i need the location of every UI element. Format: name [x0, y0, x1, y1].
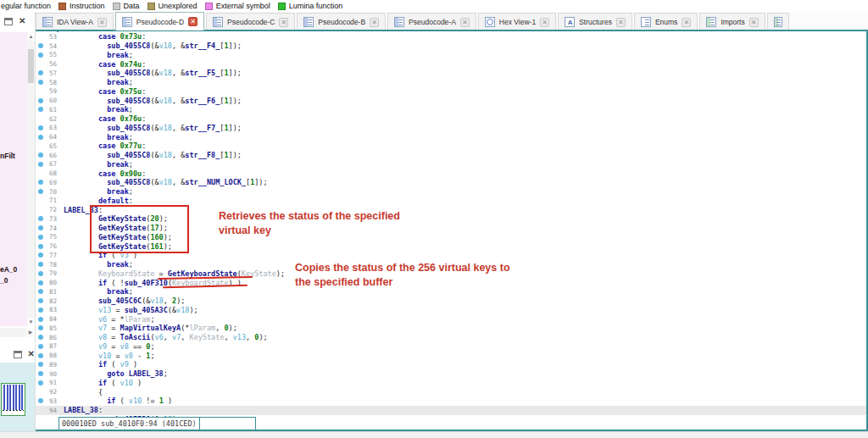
float-window-icon[interactable] — [4, 18, 13, 25]
tab-close-icon[interactable]: ✕ — [188, 17, 198, 26]
code-line-56[interactable]: 56 case 0x74u: — [36, 59, 866, 69]
tab-close-icon[interactable]: ✕ — [97, 18, 107, 27]
code-token: = — [107, 324, 120, 332]
tab-close-icon[interactable]: ✕ — [460, 18, 470, 27]
code-token: (& — [150, 151, 159, 159]
code-line-65[interactable]: 65 case 0x77u: — [36, 141, 866, 151]
tab-close-icon[interactable]: ✕ — [279, 18, 288, 27]
code-line-53[interactable]: 53 case 0x73u: — [36, 32, 866, 42]
code-token: ( — [115, 396, 128, 405]
scroll-right-icon[interactable]: ▶ — [26, 328, 35, 337]
code-line-61[interactable]: 61 break; — [36, 105, 866, 114]
legend-label: egular function — [1, 2, 51, 10]
code-line-68[interactable]: 68 case 0x90u: — [36, 169, 866, 178]
float-window-icon[interactable] — [14, 351, 22, 358]
code-line-82[interactable]: 82 sub_405C6C(&v18, 2); — [36, 297, 866, 306]
code-token — [64, 97, 107, 105]
code-line-86[interactable]: 86 v8 = ToAscii(v6, v7, KeyState, v13, 0… — [36, 333, 866, 342]
close-icon[interactable]: ✕ — [28, 350, 35, 358]
code-line-91[interactable]: 91 if ( v10 ) — [36, 379, 866, 388]
code-line-59[interactable]: 59 case 0x75u: — [36, 87, 866, 97]
code-line-69[interactable]: 69 sub_4055C8(&v18, &str__NUM_LOCK_[1]); — [36, 178, 866, 187]
tab-close-icon[interactable]: ✕ — [616, 18, 626, 27]
status-bar-cell — [200, 417, 256, 430]
code-line-83[interactable]: 83 v13 = sub_405A3C(&v18); — [36, 306, 866, 315]
code-token: ]); — [254, 178, 267, 186]
annotation-note-line: Copies the status of the 256 virtual key… — [295, 261, 510, 275]
code-token: : — [142, 32, 146, 41]
functions-horizontal-scrollbar[interactable]: ▶ — [0, 328, 35, 337]
line-number: 75 — [46, 233, 57, 241]
code-token — [64, 78, 107, 86]
code-line-57[interactable]: 57 sub_4055C8(&v18, &str__F5_[1]); — [36, 69, 866, 78]
functions-vertical-scrollbar[interactable]: ▲ ▼ — [27, 32, 35, 326]
functions-list[interactable]: nFilteA_0_0 — [0, 32, 27, 326]
line-marker-cell — [36, 80, 46, 85]
code-token: : — [142, 87, 146, 96]
function-list-item[interactable]: nFilt — [0, 152, 15, 160]
code-token: , & — [172, 124, 185, 132]
graph-block-bar — [3, 385, 5, 410]
code-line-67[interactable]: 67 break; — [36, 160, 866, 169]
code-line-84[interactable]: 84 v6 = *lParam; — [36, 314, 866, 324]
code-line-62[interactable]: 62 case 0x76u: — [36, 114, 866, 124]
scrollbar-thumb[interactable] — [28, 49, 34, 83]
line-number: 84 — [46, 315, 57, 323]
code-token — [64, 279, 98, 287]
tab-pseudocode-c[interactable]: Pseudocode-C✕ — [206, 13, 295, 30]
address-dot-icon — [38, 162, 43, 167]
line-number: 79 — [46, 269, 57, 277]
tab-enums[interactable]: Enums✕ — [634, 13, 698, 30]
address-dot-icon — [38, 225, 43, 230]
line-marker-cell — [36, 107, 46, 112]
code-line-92[interactable]: 92 { — [36, 387, 866, 396]
tab-hex-view-1[interactable]: Hex View-1✕ — [478, 13, 556, 30]
code-text: case 0x76u: — [57, 114, 146, 123]
tab-pseudocode-b[interactable]: Pseudocode-B✕ — [297, 13, 386, 30]
tab-close-icon[interactable]: ✕ — [540, 18, 549, 27]
code-line-94[interactable]: 94LABEL_38: — [36, 406, 866, 415]
code-line-58[interactable]: 58 break; — [36, 78, 866, 87]
code-line-71[interactable]: 71 default: — [36, 197, 866, 206]
scroll-down-icon[interactable]: ▼ — [27, 318, 35, 326]
code-line-89[interactable]: 89 if ( v9 ) — [36, 360, 866, 369]
tab-close-icon[interactable]: ✕ — [682, 18, 691, 27]
code-line-60[interactable]: 60 sub_4055C8(&v18, &str__F6_[1]); — [36, 96, 866, 105]
tab-partial[interactable] — [767, 13, 789, 30]
code-token — [64, 133, 107, 141]
code-line-90[interactable]: 90 goto LABEL_38; — [36, 369, 866, 379]
code-line-66[interactable]: 66 sub_4055C8(&v18, &str__F8_[1]); — [36, 151, 866, 160]
tab-close-icon[interactable]: ✕ — [749, 18, 759, 27]
code-line-93[interactable]: 93 if ( v10 != 1 ) — [36, 396, 866, 406]
view-tab-icon — [303, 17, 314, 27]
code-text: break; — [57, 51, 133, 59]
code-token: : — [98, 406, 103, 414]
code-token: ; — [129, 105, 133, 114]
code-line-54[interactable]: 54 sub_4055C8(&v18, &str__F4_[1]); — [36, 42, 866, 51]
code-token: = — [111, 352, 124, 360]
function-list-item[interactable]: _0 — [0, 276, 8, 285]
tab-pseudocode-a[interactable]: Pseudocode-A✕ — [387, 13, 476, 30]
line-number: 78 — [46, 261, 57, 269]
close-icon[interactable]: ✕ — [19, 17, 25, 25]
code-line-70[interactable]: 70 break; — [36, 187, 866, 197]
tab-structures[interactable]: Structures✕ — [558, 13, 632, 30]
tab-ida-view-a[interactable]: IDA View-A✕ — [36, 13, 114, 30]
status-bar: 000010ED sub_4010F0:94 (401CED) — [58, 417, 200, 430]
tab-close-icon[interactable]: ✕ — [370, 18, 379, 27]
scroll-up-icon[interactable]: ▲ — [27, 32, 35, 41]
code-token: = — [107, 342, 120, 351]
code-line-64[interactable]: 64 break; — [36, 132, 866, 141]
tab-imports[interactable]: Imports✕ — [699, 13, 765, 30]
function-list-item[interactable]: eA_0 — [0, 265, 17, 274]
legend-item-partial: egular function — [1, 2, 51, 10]
tab-pseudocode-d[interactable]: Pseudocode-D✕ — [115, 12, 204, 30]
graph-overview-thumbnail[interactable] — [1, 383, 25, 416]
code-line-63[interactable]: 63 sub_4055C8(&v18, &str__F7_[1]); — [36, 124, 866, 133]
code-line-55[interactable]: 55 break; — [36, 51, 866, 60]
code-token: - — [133, 352, 146, 360]
code-line-85[interactable]: 85 v7 = MapVirtualKeyA(*lParam, 0); — [36, 324, 866, 333]
code-line-88[interactable]: 88 v10 = v8 - 1; — [36, 351, 866, 360]
code-line-87[interactable]: 87 v9 = v8 == 0; — [36, 342, 866, 352]
code-token: != — [142, 396, 159, 405]
